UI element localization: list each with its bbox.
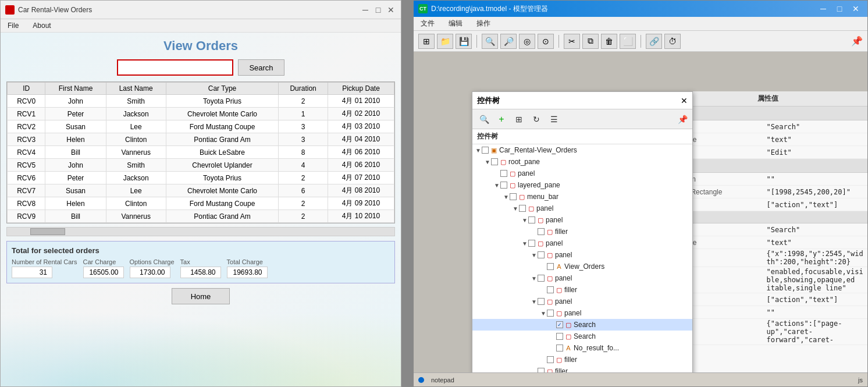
ct-panel-close[interactable]: ✕ [681, 96, 688, 105]
tree-expander[interactable]: ▼ [475, 147, 482, 154]
about-menu[interactable]: About [30, 20, 53, 31]
tree-checkbox[interactable] [556, 345, 563, 352]
tree-expander[interactable] [540, 356, 547, 363]
ct-copy-btn[interactable]: ⊞ [512, 112, 526, 126]
toolbar-btn-3[interactable]: 💾 [456, 34, 472, 49]
ct-add-btn[interactable]: + [495, 112, 508, 126]
model-close-button[interactable]: ✕ [849, 3, 863, 15]
tree-expander[interactable]: ▼ [503, 193, 510, 200]
tree-checkbox[interactable] [528, 240, 535, 247]
tree-checkbox[interactable] [538, 251, 545, 258]
table-row[interactable]: RCV4BillVannerusBuick LeSabre84月 06 2010 [8, 146, 394, 159]
minimize-button[interactable]: ─ [360, 5, 371, 15]
table-row[interactable]: RCV9BillVannerusPontiac Grand Am24月 10 2… [8, 210, 394, 223]
tree-expander[interactable]: ▼ [521, 240, 528, 247]
tree-row[interactable]: ▢panel [472, 168, 692, 179]
tree-expander[interactable] [531, 228, 538, 235]
tree-expander[interactable]: ▼ [512, 205, 519, 212]
tree-row[interactable]: ▼▢panel [472, 307, 692, 319]
toolbar-btn-11[interactable]: ⬜ [620, 34, 636, 49]
tree-checkbox[interactable] [482, 147, 489, 154]
ops-menu-model[interactable]: 操作 [474, 17, 493, 30]
scrollbar-thumb[interactable] [30, 228, 65, 235]
tree-row[interactable]: ▼▢panel [472, 296, 692, 307]
tree-expander[interactable] [540, 286, 547, 293]
toolbar-btn-1[interactable]: ⊞ [418, 34, 435, 49]
tree-row[interactable]: ▢filler [472, 354, 692, 365]
file-menu[interactable]: File [5, 20, 21, 31]
tree-row[interactable]: AView_Orders [472, 261, 692, 272]
tree-expander[interactable]: ▼ [521, 216, 528, 223]
tree-row[interactable]: ▢filler [472, 365, 692, 372]
tree-row[interactable]: ▢Search [472, 331, 692, 342]
tree-checkbox[interactable] [510, 193, 517, 200]
tree-row[interactable]: ▼▢layered_pane [472, 179, 692, 191]
tree-expander[interactable]: ▼ [540, 310, 547, 317]
model-restore-button[interactable]: □ [833, 3, 846, 15]
tree-expander[interactable]: ▼ [531, 298, 538, 305]
tree-expander[interactable]: ▼ [531, 275, 538, 282]
tree-expander[interactable]: ▼ [484, 158, 491, 165]
search-input[interactable] [117, 59, 233, 76]
table-row[interactable]: RCV0JohnSmithToyota Prius24月 01 2010 [8, 95, 394, 108]
table-row[interactable]: RCV1PeterJacksonChevrolet Monte Carlo14月… [8, 108, 394, 120]
tree-row[interactable]: ▼▣Car_Rental-View_Orders [472, 144, 692, 156]
tree-row[interactable]: ▼▢root_pane [472, 156, 692, 168]
toolbar-btn-12[interactable]: 🔗 [646, 34, 662, 49]
toolbar-btn-13[interactable]: ⏱ [664, 34, 681, 49]
tree-expander[interactable] [549, 345, 556, 352]
tree-checkbox[interactable] [500, 182, 507, 189]
toolbar-btn-2[interactable]: 📁 [437, 34, 453, 49]
tree-row[interactable]: ▼▢panel [472, 203, 692, 214]
search-button[interactable]: Search [238, 59, 284, 76]
tree-row[interactable]: ▼▢panel [472, 272, 692, 284]
ct-list-btn[interactable]: ☰ [547, 112, 561, 126]
tree-checkbox[interactable] [547, 310, 554, 317]
table-row[interactable]: RCV2SusanLeeFord Mustang Coupe34月 03 201… [8, 120, 394, 133]
tree-expander[interactable] [531, 368, 538, 372]
tree-checkbox[interactable] [528, 216, 535, 223]
tree-checkbox[interactable] [547, 356, 554, 363]
tree-checkbox[interactable] [556, 333, 563, 340]
tree-expander[interactable] [549, 321, 556, 328]
horizontal-scrollbar[interactable] [6, 227, 395, 236]
table-row[interactable]: RCV6PeterJacksonToyota Prius24月 07 2010 [8, 172, 394, 184]
ct-search-btn[interactable]: 🔍 [477, 112, 491, 126]
tree-row[interactable]: ▼▢menu_bar [472, 191, 692, 203]
close-button[interactable]: ✕ [386, 5, 396, 15]
tree-expander[interactable]: ▼ [531, 251, 538, 258]
toolbar-btn-8[interactable]: ✂ [564, 34, 580, 49]
tree-checkbox[interactable] [547, 263, 554, 270]
table-row[interactable]: RCV3HelenClintonPontiac Grand Am34月 04 2… [8, 133, 394, 146]
tree-row[interactable]: ▢Search [472, 319, 692, 331]
toolbar-btn-5[interactable]: 🔎 [500, 34, 517, 49]
tree-checkbox[interactable] [556, 321, 563, 328]
tree-checkbox[interactable] [491, 158, 498, 165]
tree-row[interactable]: ▼▢panel [472, 249, 692, 261]
tree-expander[interactable] [540, 263, 547, 270]
tree-row[interactable]: ▼▢panel [472, 237, 692, 249]
toolbar-btn-10[interactable]: 🗑 [601, 34, 617, 49]
file-menu-model[interactable]: 文件 [418, 17, 437, 30]
ct-refresh-btn[interactable]: ↻ [529, 112, 543, 126]
table-row[interactable]: RCV5JohnSmithChevrolet Uplander44月 06 20… [8, 159, 394, 172]
edit-menu-model[interactable]: 编辑 [446, 17, 465, 30]
tree-checkbox[interactable] [538, 275, 545, 282]
tree-checkbox[interactable] [519, 205, 526, 212]
tree-checkbox[interactable] [538, 368, 545, 372]
home-button[interactable]: Home [172, 288, 230, 304]
restore-button[interactable]: □ [373, 5, 383, 15]
tree-expander[interactable] [493, 170, 500, 177]
tree-expander[interactable] [549, 333, 556, 340]
toolbar-btn-9[interactable]: ⧉ [582, 34, 599, 49]
model-minimize-button[interactable]: ─ [816, 3, 830, 15]
tree-checkbox[interactable] [538, 228, 545, 235]
tree-row[interactable]: ANo_result_fo... [472, 342, 692, 354]
tree-row[interactable]: ▼▢panel [472, 214, 692, 226]
table-row[interactable]: RCV8HelenClintonFord Mustang Coupe24月 09… [8, 197, 394, 210]
tree-checkbox[interactable] [538, 298, 545, 305]
toolbar-btn-7[interactable]: ⊙ [538, 34, 554, 49]
tree-row[interactable]: ▢filler [472, 284, 692, 296]
tree-checkbox[interactable] [500, 170, 507, 177]
toolbar-btn-6[interactable]: ◎ [519, 34, 535, 49]
